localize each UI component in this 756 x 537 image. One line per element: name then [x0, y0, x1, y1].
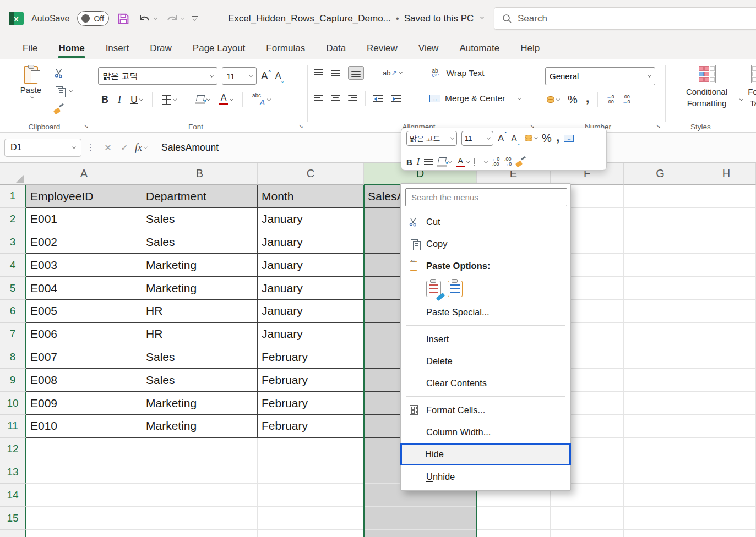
row-header-12[interactable]: 12 [0, 438, 26, 461]
tab-review[interactable]: Review [360, 39, 405, 58]
column-header-C[interactable]: C [258, 163, 364, 185]
align-center-button[interactable] [331, 95, 340, 103]
merge-center-button[interactable]: ↔ Merge & Center [429, 94, 521, 103]
comma-style-button[interactable] [586, 95, 590, 105]
row-header-14[interactable]: 14 [0, 484, 26, 507]
menu-item-delete[interactable]: Delete [401, 350, 570, 372]
row-header-6[interactable]: 6 [0, 300, 26, 323]
tab-draw[interactable]: Draw [143, 39, 179, 58]
align-right-button[interactable] [348, 95, 357, 103]
format-painter-button[interactable] [54, 102, 72, 116]
cell-C15[interactable] [258, 507, 364, 530]
number-dialog-launcher[interactable] [654, 123, 662, 130]
menu-item-unhide[interactable]: Unhide [401, 465, 570, 487]
cell-H10[interactable] [697, 392, 756, 415]
paste-icon[interactable] [448, 281, 463, 297]
cell-C9[interactable]: February [258, 369, 364, 392]
menu-item-paste-special[interactable]: Paste Special... [401, 301, 570, 323]
cell-B13[interactable] [142, 461, 258, 484]
fill-color-button[interactable] [195, 95, 210, 105]
cell-G16[interactable] [624, 530, 697, 537]
phonetic-guide-button[interactable] [252, 94, 270, 106]
decrease-decimal-button[interactable]: .00 →0 [622, 95, 630, 105]
mini-comma-button[interactable] [556, 134, 560, 144]
cell-C2[interactable]: January [258, 208, 364, 231]
menu-item-insert[interactable]: Insert [401, 328, 570, 350]
mini-font-color-button[interactable]: A [456, 157, 470, 168]
tab-view[interactable]: View [411, 39, 446, 58]
cell-A7[interactable]: E006 [26, 323, 142, 346]
mini-decrease-font-button[interactable]: Aˆ [511, 134, 520, 144]
cell-D15[interactable] [364, 507, 477, 530]
cell-A16[interactable] [26, 530, 142, 537]
insert-function-button[interactable] [135, 142, 142, 154]
italic-button[interactable]: I [118, 94, 121, 106]
saved-status[interactable]: Saved to this PC [404, 13, 474, 24]
cell-G1[interactable] [624, 185, 697, 208]
mini-font-size-combo[interactable]: 11 [461, 131, 493, 146]
row-header-4[interactable]: 4 [0, 254, 26, 277]
mini-merge-center-icon[interactable]: ↔ [564, 135, 574, 142]
cell-H16[interactable] [697, 530, 756, 537]
cell-C12[interactable] [258, 438, 364, 461]
paste-button[interactable]: Paste [17, 66, 45, 99]
cell-H14[interactable] [697, 484, 756, 507]
font-dialog-launcher[interactable] [297, 123, 304, 130]
cell-E16[interactable] [477, 530, 551, 537]
mini-borders-button[interactable] [474, 158, 487, 166]
cell-B1[interactable]: Department [142, 185, 258, 208]
cell-A14[interactable] [26, 484, 142, 507]
column-header-G[interactable]: G [624, 163, 697, 185]
cell-G8[interactable] [624, 346, 697, 369]
cell-F15[interactable] [551, 507, 624, 530]
row-header-1[interactable]: 1 [0, 185, 26, 208]
cell-B12[interactable] [142, 438, 258, 461]
undo-button[interactable] [138, 13, 157, 24]
cell-G6[interactable] [624, 300, 697, 323]
top-align-button[interactable] [314, 69, 323, 77]
cell-C14[interactable] [258, 484, 364, 507]
row-header-16[interactable]: 16 [0, 530, 26, 537]
mini-decrease-decimal-button[interactable]: .00 →0 [504, 157, 512, 167]
middle-align-button[interactable] [331, 69, 340, 77]
font-size-combo[interactable]: 11 [222, 67, 257, 85]
tab-insert[interactable]: Insert [99, 39, 137, 58]
cell-H7[interactable] [697, 323, 756, 346]
copy-dropdown-icon[interactable] [69, 88, 73, 92]
column-header-A[interactable]: A [26, 163, 142, 185]
cell-H8[interactable] [697, 346, 756, 369]
cell-B4[interactable]: Marketing [142, 254, 258, 277]
mini-italic-button[interactable]: I [417, 157, 420, 167]
bold-button[interactable]: B [101, 94, 108, 106]
percent-style-button[interactable] [568, 94, 578, 106]
cell-A15[interactable] [26, 507, 142, 530]
cut-button[interactable] [54, 66, 72, 79]
cell-A6[interactable]: E005 [26, 300, 142, 323]
cell-E15[interactable] [477, 507, 551, 530]
accounting-format-button[interactable] [546, 96, 559, 103]
search-box[interactable] [494, 7, 756, 30]
cell-A13[interactable] [26, 461, 142, 484]
cell-G14[interactable] [624, 484, 697, 507]
cell-A9[interactable]: E008 [26, 369, 142, 392]
cell-D16[interactable] [364, 530, 477, 537]
row-header-15[interactable]: 15 [0, 507, 26, 530]
cell-G10[interactable] [624, 392, 697, 415]
cell-B8[interactable]: Sales [142, 346, 258, 369]
mini-bold-button[interactable]: B [406, 157, 412, 167]
format-as-table-button[interactable]: FormaTable [743, 65, 756, 109]
cell-H9[interactable] [697, 369, 756, 392]
number-format-combo[interactable]: General [545, 67, 655, 85]
cell-G13[interactable] [624, 461, 697, 484]
increase-indent-button[interactable] [391, 95, 401, 102]
wrap-text-button[interactable]: Wrap Text [432, 68, 484, 78]
cell-G9[interactable] [624, 369, 697, 392]
cell-H12[interactable] [697, 438, 756, 461]
autosave-toggle[interactable]: Off [77, 11, 109, 26]
menu-item-format-cells[interactable]: Format Cells... [401, 399, 570, 421]
mini-increase-decimal-button[interactable]: ←0 .00 [492, 157, 499, 167]
formula-input[interactable]: SalesAmount [161, 142, 219, 154]
clipboard-dialog-launcher[interactable] [82, 123, 90, 130]
menu-item-cut[interactable]: Cut [401, 211, 570, 233]
row-header-13[interactable]: 13 [0, 461, 26, 484]
